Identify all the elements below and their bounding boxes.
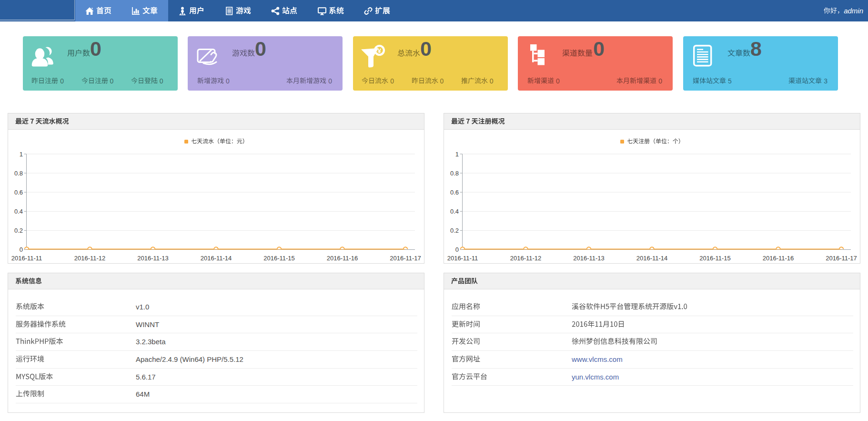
- svg-text:2016-11-17: 2016-11-17: [390, 255, 421, 262]
- svg-text:2016-11-17: 2016-11-17: [826, 255, 857, 262]
- svg-text:2016-11-12: 2016-11-12: [74, 255, 106, 262]
- svg-text:1: 1: [20, 151, 23, 158]
- svg-text:2016-11-12: 2016-11-12: [510, 255, 542, 262]
- svg-text:2016-11-11: 2016-11-11: [11, 255, 42, 262]
- svg-text:2016-11-15: 2016-11-15: [699, 255, 731, 262]
- svg-text:1: 1: [455, 151, 459, 158]
- svg-text:2016-11-14: 2016-11-14: [201, 255, 232, 262]
- svg-text:2016-11-13: 2016-11-13: [137, 255, 169, 262]
- svg-text:0: 0: [20, 246, 23, 253]
- svg-text:0.4: 0.4: [450, 208, 459, 215]
- svg-text:0.2: 0.2: [450, 227, 459, 234]
- svg-text:2016-11-14: 2016-11-14: [636, 255, 668, 262]
- svg-text:0: 0: [455, 246, 459, 253]
- svg-text:0.4: 0.4: [14, 208, 23, 215]
- svg-text:0.8: 0.8: [14, 170, 23, 177]
- svg-text:2016-11-11: 2016-11-11: [447, 255, 478, 262]
- svg-text:2016-11-16: 2016-11-16: [763, 255, 794, 262]
- svg-text:0.6: 0.6: [450, 189, 459, 196]
- svg-text:0.8: 0.8: [450, 170, 459, 177]
- svg-text:2016-11-15: 2016-11-15: [263, 255, 295, 262]
- svg-text:2016-11-13: 2016-11-13: [573, 255, 605, 262]
- svg-text:0.6: 0.6: [14, 189, 23, 196]
- svg-text:¥: ¥: [378, 47, 382, 54]
- svg-text:0.2: 0.2: [14, 227, 23, 234]
- svg-text:2016-11-16: 2016-11-16: [327, 255, 358, 262]
